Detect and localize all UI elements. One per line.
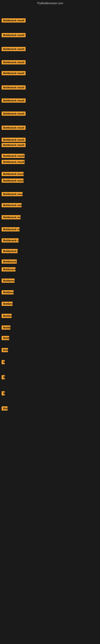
list-item: Bottleneck result bbox=[1, 248, 18, 255]
bottleneck-result-badge[interactable]: Bottleneck result bbox=[1, 18, 26, 22]
bottleneck-result-badge[interactable]: B bbox=[1, 360, 5, 364]
list-item: Bottleneck result bbox=[1, 97, 26, 105]
list-item: Bottleneck result bbox=[1, 226, 20, 234]
bottleneck-result-badge[interactable]: Bottleneck result bbox=[1, 172, 24, 176]
bottleneck-result-badge[interactable]: Bottleneck result bbox=[1, 47, 26, 51]
list-item: Bottleneck result bbox=[1, 84, 26, 92]
list-item: Bottleneck result bbox=[1, 258, 18, 266]
bottleneck-result-badge[interactable]: Bottleneck result bbox=[1, 391, 5, 396]
bottleneck-result-badge[interactable]: Bottleneck result bbox=[1, 267, 16, 272]
bottleneck-result-badge[interactable]: Bottleneck result bbox=[1, 60, 26, 64]
bottleneck-result-badge[interactable]: Bottleneck result bbox=[1, 238, 19, 242]
bottleneck-result-badge[interactable]: Bottleneck result bbox=[1, 138, 26, 142]
list-item: Bottleneck result bbox=[1, 214, 21, 222]
list-item: Bottleneck result bbox=[1, 277, 15, 285]
list-item: Bottleneck result bbox=[1, 17, 26, 24]
list-item: Bottleneck result bbox=[1, 124, 26, 132]
bottleneck-result-badge[interactable]: Bottleneck result bbox=[1, 33, 26, 37]
list-item: Bottleneck result bbox=[1, 202, 22, 209]
bottleneck-result-badge[interactable]: Bottleneck result bbox=[1, 154, 25, 158]
bottleneck-result-badge[interactable]: Bottleneck result bbox=[1, 326, 10, 330]
bottleneck-result-badge[interactable]: Bott bbox=[1, 406, 8, 410]
list-item: Bottleneck result bbox=[1, 335, 10, 342]
list-item: Bottleneck result bbox=[1, 237, 19, 244]
bottleneck-result-badge[interactable]: Bottleneck result bbox=[1, 290, 14, 294]
list-item: Bottleneck result bbox=[1, 177, 24, 185]
bottleneck-result-badge[interactable]: Bottleneck result bbox=[1, 98, 26, 103]
list-item: Bottleneck result bbox=[1, 300, 13, 308]
list-item: Bottleneck result bbox=[1, 158, 25, 166]
bottleneck-result-badge[interactable]: Bottleneck result bbox=[1, 336, 9, 340]
bottleneck-result-badge[interactable]: Bottleneck result bbox=[1, 126, 26, 130]
bottleneck-result-badge[interactable]: Bottleneck result bbox=[1, 178, 24, 183]
bottleneck-result-badge[interactable]: Bottleneck result bbox=[1, 112, 26, 116]
list-item: Bottleneck result bbox=[1, 142, 26, 149]
bottleneck-result-badge[interactable]: Bottleneck result bbox=[1, 260, 17, 264]
bottleneck-result-badge[interactable]: Bottleneck result bbox=[1, 348, 8, 352]
list-item: Bott bbox=[1, 405, 8, 412]
site-header: TheBottlenecker.com bbox=[0, 0, 100, 6]
list-item: Bottleneck result bbox=[1, 347, 9, 354]
list-item: Bottleneck result bbox=[1, 312, 12, 320]
bottleneck-result-badge[interactable]: Bottleneck result bbox=[1, 215, 21, 219]
list-item: Bottleneck result bbox=[1, 59, 26, 66]
list-item: Bottleneck result bbox=[1, 289, 14, 296]
list-item: Bottleneck result bbox=[1, 70, 26, 77]
list-item: Bottleneck result bbox=[1, 46, 26, 53]
bottleneck-result-badge[interactable]: Bottleneck result bbox=[1, 314, 12, 318]
list-item: Bottleneck result bbox=[1, 390, 6, 398]
bottleneck-result-badge[interactable]: Bottleneck result bbox=[1, 160, 25, 164]
bottleneck-result-badge[interactable]: Bottleneck result bbox=[1, 85, 26, 90]
bottleneck-result-badge[interactable]: Bottleneck result bbox=[1, 249, 18, 253]
list-item: B bbox=[1, 359, 6, 366]
list-item: Bottleneck result bbox=[1, 32, 26, 39]
list-item: Bottleneck result bbox=[1, 171, 24, 178]
list-item: Bottleneck result bbox=[1, 324, 11, 332]
list-item: Bottleneck result bbox=[1, 374, 6, 381]
bottleneck-result-badge[interactable]: Bottleneck result bbox=[1, 278, 15, 283]
list-item: Bottleneck result bbox=[1, 191, 23, 198]
bottleneck-result-badge[interactable]: Bottleneck result bbox=[1, 203, 22, 207]
bottleneck-result-badge[interactable]: Bottleneck result bbox=[1, 71, 26, 75]
bottleneck-result-badge[interactable]: Bottleneck result bbox=[1, 302, 13, 306]
list-item: Bottleneck result bbox=[1, 110, 26, 118]
bottleneck-result-badge[interactable]: Bottleneck result bbox=[1, 143, 26, 147]
bottleneck-result-badge[interactable]: Bottleneck result bbox=[1, 227, 20, 232]
bottleneck-result-badge[interactable]: Bottleneck result bbox=[1, 375, 5, 379]
bottleneck-result-badge[interactable]: Bottleneck result bbox=[1, 192, 23, 196]
list-item: Bottleneck result bbox=[1, 266, 16, 274]
